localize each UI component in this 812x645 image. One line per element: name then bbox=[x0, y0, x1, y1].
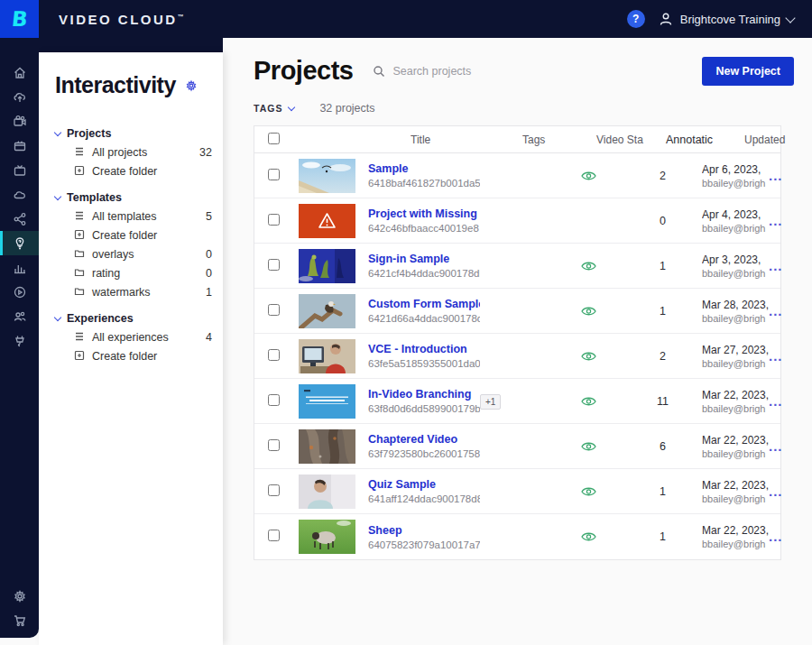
row-checkbox[interactable] bbox=[268, 394, 280, 406]
list-icon bbox=[74, 144, 85, 161]
thumbnail-sheep-in-field[interactable] bbox=[299, 520, 355, 554]
item-label: All experiences bbox=[92, 331, 169, 344]
interactivity-settings-gear-icon[interactable] bbox=[185, 79, 198, 96]
select-all-checkbox[interactable] bbox=[268, 133, 280, 144]
rail-item-audience[interactable] bbox=[0, 304, 39, 328]
row-menu-button[interactable]: ... bbox=[769, 534, 783, 539]
project-title-link[interactable]: In-Video Branching bbox=[368, 388, 480, 401]
rail-item-interactivity[interactable] bbox=[0, 231, 39, 255]
project-title-link[interactable]: Quiz Sample bbox=[368, 478, 480, 491]
rail-item-settings[interactable] bbox=[0, 584, 39, 608]
brightcove-logo[interactable]: B bbox=[0, 0, 39, 38]
project-count: 32 projects bbox=[319, 102, 374, 115]
help-icon[interactable]: ? bbox=[627, 10, 645, 28]
project-title-link[interactable]: Project with Missing V bbox=[368, 207, 480, 220]
item-label: watermarks bbox=[92, 286, 151, 299]
sidebar-item-folder-overlays[interactable]: overlays 0 bbox=[55, 244, 216, 263]
rail-item-publish-share[interactable] bbox=[0, 207, 39, 231]
section-label: Projects bbox=[67, 127, 111, 140]
row-checkbox[interactable] bbox=[268, 439, 280, 451]
table-row: Sign-in Sample6421cf4b4ddac900178db 1 Ap… bbox=[254, 244, 780, 289]
tags-filter-toggle[interactable]: TAGS bbox=[254, 103, 294, 114]
table-row: Sheep64075823f079a10017a74 1 Mar 22, 202… bbox=[254, 514, 780, 559]
sidebar-item-all-templates[interactable]: All templates 5 bbox=[55, 207, 216, 226]
thumbnail-eagle-on-branch[interactable] bbox=[299, 294, 355, 328]
table-row: Project with Missing V642c46bfbaacc40019… bbox=[254, 198, 780, 244]
folder-icon bbox=[74, 265, 85, 281]
sidebar-item-folder-watermarks[interactable]: watermarks 1 bbox=[55, 282, 216, 301]
row-checkbox[interactable] bbox=[268, 259, 280, 271]
new-project-button[interactable]: New Project bbox=[702, 57, 794, 86]
annotation-count: 1 bbox=[623, 260, 702, 272]
sidebar-title: Interactivity bbox=[55, 72, 176, 98]
sidebar-item-create-folder-projects[interactable]: Create folder bbox=[55, 161, 216, 180]
thumbnail-missing-video-warning[interactable] bbox=[299, 204, 355, 238]
project-title-link[interactable]: Sheep bbox=[368, 524, 480, 537]
item-count: 4 bbox=[206, 331, 216, 344]
row-menu-button[interactable]: ... bbox=[769, 354, 783, 359]
col-header-video-status[interactable]: Video Sta bbox=[596, 134, 666, 146]
project-title-link[interactable]: Sample bbox=[368, 162, 480, 175]
rail-item-home[interactable] bbox=[0, 60, 39, 85]
sidebar-item-create-folder-templates[interactable]: Create folder bbox=[55, 226, 216, 244]
row-menu-button[interactable]: ... bbox=[769, 218, 783, 224]
rail-item-upload[interactable] bbox=[0, 85, 39, 109]
col-header-tags[interactable]: Tags bbox=[522, 134, 596, 146]
updated-date: Mar 22, 2023, bbox=[702, 524, 769, 537]
project-title-link[interactable]: Custom Form Sample bbox=[368, 298, 480, 310]
col-header-annotations[interactable]: Annotatic bbox=[666, 134, 744, 146]
sidebar-item-all-experiences[interactable]: All experiences 4 bbox=[55, 327, 216, 346]
col-header-title[interactable]: Title bbox=[411, 134, 522, 146]
thumbnail-man-blue-shirt[interactable] bbox=[299, 475, 355, 509]
video-active-eye-icon bbox=[581, 351, 596, 362]
rail-item-cloud-playout[interactable] bbox=[0, 182, 39, 207]
rail-item-players[interactable] bbox=[0, 280, 39, 304]
rail-item-playlists[interactable] bbox=[0, 134, 39, 158]
rail-item-integrations[interactable] bbox=[0, 328, 39, 353]
row-checkbox[interactable] bbox=[268, 484, 280, 496]
thumbnail-paraglider-beach[interactable] bbox=[299, 159, 355, 193]
sidebar-item-folder-rating[interactable]: rating 0 bbox=[55, 263, 216, 282]
row-menu-button[interactable]: ... bbox=[769, 173, 783, 179]
cloud-icon bbox=[13, 188, 27, 202]
thumbnail-presenter-at-desk[interactable] bbox=[299, 339, 355, 373]
row-checkbox[interactable] bbox=[268, 214, 280, 226]
row-checkbox[interactable] bbox=[268, 530, 280, 541]
rail-item-marketplace[interactable] bbox=[0, 608, 39, 632]
tree-head-templates[interactable]: Templates bbox=[55, 188, 223, 207]
search-input[interactable] bbox=[392, 65, 528, 78]
item-count: 32 bbox=[199, 146, 216, 159]
table-row: Sample6418baf461827b001da5a 2 Apr 6, 202… bbox=[254, 153, 780, 198]
project-id: 63f8d0d6dd589900179b bbox=[368, 403, 480, 414]
video-active-eye-icon bbox=[581, 531, 596, 542]
row-checkbox[interactable] bbox=[268, 304, 280, 316]
annotation-count: 2 bbox=[623, 170, 702, 182]
sidebar-item-all-projects[interactable]: All projects 32 bbox=[55, 143, 216, 161]
thumbnail-underwater-seadragon[interactable] bbox=[299, 249, 355, 283]
row-menu-button[interactable]: ... bbox=[769, 489, 783, 494]
row-checkbox[interactable] bbox=[268, 349, 280, 361]
row-checkbox[interactable] bbox=[268, 169, 280, 180]
thumbnail-blue-title-slide[interactable] bbox=[299, 384, 355, 419]
project-title-link[interactable]: Sign-in Sample bbox=[368, 253, 480, 265]
row-menu-button[interactable]: ... bbox=[769, 444, 783, 449]
tree-head-experiences[interactable]: Experiences bbox=[55, 309, 223, 327]
annotation-count: 1 bbox=[623, 485, 702, 498]
row-menu-button[interactable]: ... bbox=[769, 309, 783, 314]
thumbnail-tree-bark[interactable] bbox=[299, 429, 355, 464]
tag-count-badge[interactable]: +1 bbox=[480, 394, 501, 410]
row-menu-button[interactable]: ... bbox=[769, 399, 783, 404]
product-name: VIDEO CLOUD™ bbox=[59, 12, 184, 27]
row-menu-button[interactable]: ... bbox=[769, 263, 783, 269]
tree-head-projects[interactable]: Projects bbox=[55, 124, 223, 143]
project-title-link[interactable]: VCE - Introduction bbox=[368, 343, 480, 355]
updated-date: Apr 3, 2023, bbox=[702, 253, 769, 266]
user-menu[interactable]: Brightcove Training bbox=[658, 11, 794, 27]
sidebar-item-create-folder-experiences[interactable]: Create folder bbox=[55, 346, 216, 365]
rail-item-media[interactable] bbox=[0, 109, 39, 134]
rail-item-analytics[interactable] bbox=[0, 255, 39, 280]
project-title-link[interactable]: Chaptered Video bbox=[368, 433, 480, 446]
col-header-updated[interactable]: Updated bbox=[744, 134, 811, 146]
updated-by: bbailey@brigh bbox=[702, 448, 769, 459]
rail-item-live[interactable] bbox=[0, 158, 39, 182]
